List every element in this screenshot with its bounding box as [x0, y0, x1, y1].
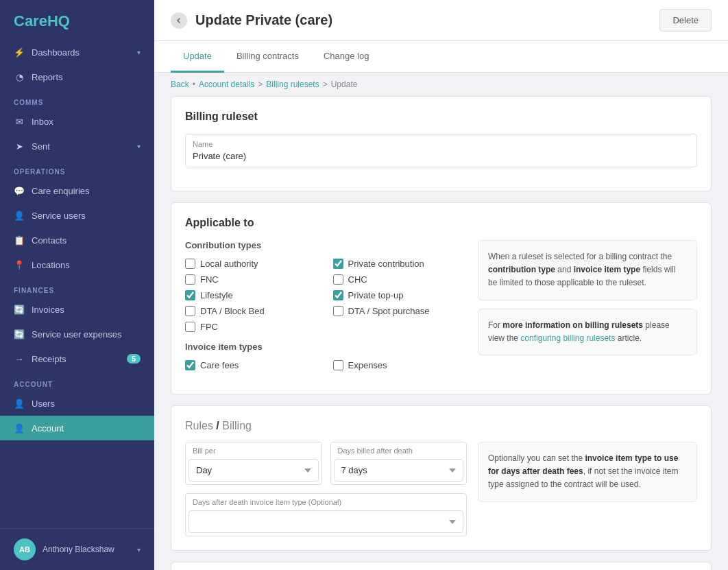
tabs-bar: Update Billing contracts Change log: [154, 41, 728, 73]
sidebar-item-inbox[interactable]: ✉ Inbox: [0, 109, 154, 134]
info-box-billing-rules: Optionally you can set the invoice item …: [478, 442, 697, 502]
page-title: Update Private (care): [195, 12, 332, 28]
bill-per-select[interactable]: Day: [189, 459, 319, 482]
sidebar-item-label: Reports: [32, 72, 63, 82]
info-bold-2: invoice item type: [574, 265, 640, 274]
applicable-to-layout: Conribution types Local authority Privat…: [185, 240, 697, 380]
configuring-link[interactable]: configuring billing rulesets: [520, 333, 615, 343]
applicable-to-card: Applicable to Conribution types Local au…: [171, 202, 712, 394]
checkbox-fpc-input[interactable]: [185, 322, 195, 332]
sidebar-item-label: Dashboards: [32, 47, 80, 58]
main-content: Update Private (care) Delete Update Bill…: [154, 0, 728, 570]
rules-billing-right: Optionally you can set the invoice item …: [478, 442, 697, 536]
invoice-item-types-grid: Care fees Expenses: [185, 360, 467, 370]
checkbox-fpc-label: FPC: [200, 322, 218, 332]
user-area[interactable]: AB Anthony Blackshaw ▾: [0, 529, 154, 570]
info-optionally: Optionally you can set the: [488, 453, 585, 463]
checkbox-private-contribution: Private contribution: [333, 259, 468, 269]
sidebar-item-label: Contacts: [32, 235, 66, 246]
checkbox-chc: CHC: [333, 274, 468, 285]
breadcrumb-sep: •: [193, 80, 195, 89]
breadcrumb-current: Update: [331, 80, 358, 89]
checkbox-dta-spot-purchase-input[interactable]: [333, 306, 343, 316]
chevron-down-icon: ▾: [137, 49, 141, 56]
delete-button[interactable]: Delete: [659, 9, 712, 32]
chevron-down-icon: ▾: [137, 546, 141, 554]
tab-update[interactable]: Update: [171, 41, 224, 73]
sidebar-item-label: Care enquiries: [32, 186, 90, 196]
sidebar-item-care-enquiries[interactable]: 💬 Care enquiries: [0, 178, 154, 203]
tab-billing-contracts[interactable]: Billing contracts: [224, 41, 311, 73]
breadcrumb-back[interactable]: Back: [171, 80, 189, 89]
account-icon: 👤: [14, 423, 25, 434]
section-label-operations: OPERATIONS: [0, 158, 154, 178]
checkbox-dta-spot-purchase-label: DTA / Spot purchase: [348, 306, 430, 316]
sidebar-item-sent[interactable]: ➤ Sent ▾: [0, 134, 154, 158]
death-invoice-select[interactable]: [189, 510, 463, 533]
clock-icon: ◔: [14, 71, 25, 82]
invoice-item-types-label: Invoice item types: [185, 342, 467, 352]
tab-change-log[interactable]: Change log: [311, 41, 382, 73]
checkbox-chc-input[interactable]: [333, 274, 343, 285]
sidebar-item-reports[interactable]: ◔ Reports: [0, 64, 154, 89]
location-icon: 📍: [14, 259, 25, 270]
info-text-middle: and: [555, 265, 574, 274]
checkbox-care-fees-input[interactable]: [185, 360, 195, 370]
applicable-to-left: Conribution types Local authority Privat…: [185, 240, 467, 380]
sidebar-item-label: Service user expenses: [32, 329, 122, 340]
content-area: Billing ruleset Name Applicable to Conri…: [154, 96, 728, 570]
checkbox-private-contribution-input[interactable]: [333, 259, 343, 269]
sidebar-item-receipts[interactable]: → Receipts 5: [0, 346, 154, 371]
checkbox-fnc: FNC: [185, 274, 319, 285]
breadcrumb-billing-rulesets[interactable]: Billing rulesets: [266, 80, 319, 89]
info-box-contribution: When a ruleset is selected for a billing…: [478, 240, 697, 300]
sidebar-item-users[interactable]: 👤 Users: [0, 391, 154, 416]
expenses-icon: 🔄: [14, 329, 25, 340]
logo-text: CareHQ: [14, 12, 70, 30]
receipts-icon: →: [14, 353, 25, 364]
days-billed-label: Days billed after death: [334, 444, 464, 456]
checkbox-fnc-input[interactable]: [185, 274, 195, 285]
checkbox-expenses-input[interactable]: [333, 360, 343, 370]
back-icon[interactable]: [171, 12, 187, 29]
sidebar-item-locations[interactable]: 📍 Locations: [0, 252, 154, 277]
checkbox-lifestyle-input[interactable]: [185, 290, 195, 300]
breadcrumb-sep: >: [258, 80, 263, 89]
name-input[interactable]: [193, 151, 690, 161]
days-billed-select[interactable]: 7 days: [334, 459, 464, 482]
sidebar-item-service-user-expenses[interactable]: 🔄 Service user expenses: [0, 322, 154, 346]
checkbox-private-top-up-input[interactable]: [333, 290, 343, 300]
bill-per-group: Bill per Day: [185, 442, 322, 485]
rules-absences-card: Rules / Absences Apply a discount when t…: [171, 562, 712, 570]
sidebar-item-contacts[interactable]: 📋 Contacts: [0, 228, 154, 252]
sidebar-item-account[interactable]: 👤 Account: [0, 416, 154, 440]
checkbox-dta-block-bed-input[interactable]: [185, 306, 195, 316]
breadcrumb-account-details[interactable]: Account details: [199, 80, 254, 89]
sidebar-item-dashboards[interactable]: ⚡ Dashboards ▾: [0, 40, 154, 64]
bill-per-label: Bill per: [189, 444, 319, 456]
checkbox-private-top-up-label: Private top-up: [348, 290, 404, 300]
receipts-badge: 5: [127, 354, 141, 364]
rules-billing-title: Rules / Billing: [185, 420, 697, 432]
checkbox-private-contribution-label: Private contribution: [348, 259, 424, 269]
sidebar-item-label: Sent: [32, 141, 50, 152]
checkbox-lifestyle-label: Lifestyle: [200, 290, 233, 300]
applicable-to-right: When a ruleset is selected for a billing…: [478, 240, 697, 380]
chart-icon: ⚡: [14, 47, 25, 58]
sidebar-item-service-users[interactable]: 👤 Service users: [0, 203, 154, 228]
sidebar-item-label: Invoices: [32, 305, 64, 315]
top-header: Update Private (care) Delete: [154, 0, 728, 41]
checkbox-chc-label: CHC: [348, 274, 367, 285]
rules-billing-layout: Bill per Day Days billed after death 7 d…: [185, 442, 697, 536]
section-label-comms: COMMS: [0, 89, 154, 109]
checkbox-dta-spot-purchase: DTA / Spot purchase: [333, 306, 468, 316]
checkbox-local-authority: Local authority: [185, 259, 319, 269]
death-invoice-label: Days after death invoice item type (Opti…: [189, 495, 463, 508]
checkbox-local-authority-input[interactable]: [185, 259, 195, 269]
sidebar-bottom: AB Anthony Blackshaw ▾: [0, 528, 154, 570]
breadcrumb: Back • Account details > Billing ruleset…: [154, 73, 728, 96]
checkbox-fnc-label: FNC: [200, 274, 219, 285]
sidebar-item-invoices[interactable]: 🔄 Invoices: [0, 297, 154, 322]
sidebar-item-label: Account: [32, 423, 64, 434]
checkbox-local-authority-label: Local authority: [200, 259, 258, 269]
